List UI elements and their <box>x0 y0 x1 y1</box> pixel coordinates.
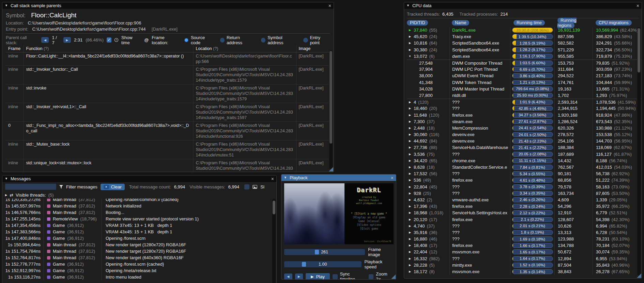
clear-button[interactable]: × Clear <box>101 184 125 190</box>
expand-icon[interactable]: ▶ <box>408 231 412 234</box>
expand-icon[interactable]: ▶ <box>408 153 412 156</box>
expand-icon[interactable]: ▶ <box>408 133 412 136</box>
cpu-table-row[interactable]: ▶16,880(46)???1.69 s (0.18%)123,98878,23… <box>407 236 642 242</box>
image-column-header[interactable]: Image <box>296 45 330 52</box>
show-time-checkbox[interactable]: ✓ <box>107 37 111 43</box>
cpu-table-row[interactable]: ▶22,404(12)msvsmon.exe1.65 s (0.17%)50,6… <box>407 249 642 255</box>
playback-speed-slider[interactable]: 1.00 <box>284 261 362 267</box>
cpu-table-row[interactable]: ▶928(25)???3.34 s (0.35%)163,73487,605(5… <box>407 190 642 197</box>
expand-icon[interactable]: ▶ <box>408 264 412 267</box>
slider-grab[interactable] <box>302 262 306 267</box>
cpu-table-row[interactable]: ▶44,692(84)devenv.exe21.43 s (2.23%)254,… <box>407 138 642 144</box>
frame-column-header[interactable]: Frame <box>6 45 24 52</box>
resize-grip[interactable] <box>391 274 396 279</box>
cpu-table-row[interactable]: ▶16,332(982)???1.64 s (0.17%)12,8946,955… <box>407 255 642 262</box>
location-column-header[interactable]: Location (?) <box>193 45 296 52</box>
cpu-table-row[interactable]: ▶17,532(56)???5.34 s (0.55%)90,18156,738… <box>407 170 642 177</box>
message-row[interactable]: 1s 120,335,272nsMain thread(37,812)Openi… <box>2 199 276 203</box>
expand-icon[interactable]: ▶ <box>408 192 412 195</box>
scrollbar-thumb[interactable] <box>329 51 332 144</box>
message-row[interactable]: 1s 147,400,846nsGame(36,912)Opening /for… <box>2 235 276 242</box>
radio-icon[interactable] <box>184 38 189 43</box>
message-row[interactable]: 1s 153,116,27nsGame(36,912)Intro menu lo… <box>2 274 276 280</box>
playback-titlebar[interactable]: ▼ Playback × <box>281 174 396 181</box>
expand-icon[interactable]: ▶ <box>408 29 412 32</box>
collapse-icon[interactable]: ▼ <box>284 176 287 179</box>
expand-icon[interactable]: ▶ <box>408 185 412 188</box>
expand-icon[interactable]: ▶ <box>408 159 412 162</box>
callstack-row[interactable]: inlinestd::_Invoker_functor::_CallC:\Pro… <box>6 66 330 84</box>
show-images-checkbox[interactable] <box>244 184 249 189</box>
message-row[interactable]: 1s 147,383,566nsGame(36,912)VRAM 43x45: … <box>2 229 276 235</box>
scrollbar-thumb[interactable] <box>273 201 275 214</box>
cpu-table-row[interactable]: ▶45,620(24)Tracy.exe1:39.5 (10.34%)887,5… <box>407 33 642 40</box>
cpu-table-row[interactable]: ▶28,228(5)mintty.exe1.52 s (0.16%)87,504… <box>407 262 642 268</box>
cpu-table-row[interactable]: ▶37,840(55)DarkRL.exe33:30.8 (208.96%)16… <box>407 27 642 33</box>
message-row[interactable]: 1s 150,994,64nsMain thread(37,812)New re… <box>2 242 276 248</box>
cpu-table-row[interactable]: ▶22,804(45)???3.78 s (0.39%)79,57858,163… <box>407 184 642 190</box>
expand-icon[interactable]: ▶ <box>408 211 412 214</box>
cpu-table-row[interactable]: ▶18,408(17)firefox.exe1.66 s (0.17%)134,… <box>407 242 642 249</box>
cpu-table-row[interactable]: 27,548DWM Compositor Thread1:03.5 (6.60%… <box>407 60 642 66</box>
cpu-table-row[interactable]: ▶27,736(88)ServiceHub.DataWarehouse21.41… <box>407 144 642 151</box>
expand-icon[interactable]: ▶ <box>5 194 7 197</box>
collapse-icon[interactable]: ▼ <box>407 4 410 7</box>
prev-frame-button[interactable]: ◀ <box>41 37 49 43</box>
close-icon[interactable]: × <box>637 3 639 8</box>
slider-grab[interactable] <box>315 250 319 254</box>
cpu-table-row[interactable]: ▶3,536(75)???20.05 s (2.08%)187,689116,1… <box>407 151 642 157</box>
expand-icon[interactable]: ▶ <box>408 172 412 175</box>
message-row[interactable]: 1s 146,576,766nsMain thread(37,812)Booti… <box>2 209 276 216</box>
function-column-header[interactable]: Function (?) <box>24 45 193 52</box>
messages-scrollbar[interactable] <box>272 199 276 283</box>
frame-location-option[interactable]: Entry point <box>303 35 330 45</box>
close-icon[interactable]: × <box>271 177 274 181</box>
message-row[interactable]: 1s 147,354,456nsGame(36,912)VRAM 37x45: … <box>2 222 276 229</box>
visible-threads-row[interactable]: ▶ ⇄ Visible threads: (5) <box>2 192 276 199</box>
cpu-table-row[interactable]: 38,000uDWM Event Thread3.86 s (0.40%)294… <box>407 72 642 79</box>
expand-icon[interactable]: ▶ <box>408 205 412 208</box>
frame-location-option[interactable]: Return address <box>220 35 256 45</box>
cpu-table-row[interactable]: ▶4,740(37)???2.01 s (0.21%)10,6266,994(6… <box>407 223 642 229</box>
expand-icon[interactable]: ▶ <box>408 146 412 149</box>
callstack-row[interactable]: inlinestd::unique_lock<std::mutex>::lock… <box>6 159 330 172</box>
cpu-table-row[interactable]: ▶18,460(20)???42.85 s (4.45%)2,344,9151,… <box>407 105 642 112</box>
scrollbar-thumb[interactable] <box>638 28 640 72</box>
collapse-icon[interactable]: ▼ <box>5 177 8 180</box>
expand-icon[interactable]: ▶ <box>408 198 412 201</box>
running-regions-column-header[interactable]: Running regions <box>557 18 577 28</box>
zoom-option[interactable]: Zoom 2× <box>369 271 393 280</box>
frame-location-option[interactable]: Symbol address <box>261 35 298 45</box>
cpu-titlebar[interactable]: ▼ CPU data × <box>404 2 642 9</box>
cpu-table-row[interactable]: ▶30,060(116)devenv.exe24.01 s (2.50%)278… <box>407 131 642 138</box>
cpu-table-row[interactable]: ▶20,120(17)firefox.exe2.1 s (0.22%)128,6… <box>407 216 642 222</box>
cpu-table-row[interactable]: ▶34,420(65)chrome.exe11.11 s (1.15%)14,4… <box>407 157 642 164</box>
cpu-scrollbar[interactable] <box>637 27 641 276</box>
frame-image-slider[interactable]: 261 <box>284 249 365 255</box>
callstack-row[interactable]: inlinestd::_Invoker_ret<void,1>::_CallC:… <box>6 103 330 122</box>
expand-icon[interactable]: ▶ <box>408 270 412 273</box>
frame-location-option[interactable]: Source code <box>184 35 214 45</box>
cpu-table-row[interactable]: 37,904DWM LPC Port Thread6.69 s (0.70%)3… <box>407 66 642 72</box>
cpu-migrations-column-header[interactable]: CPU migrations <box>596 20 632 26</box>
pid-column-header[interactable]: PID/TID <box>407 20 428 26</box>
collapse-icon[interactable]: ▼ <box>408 55 412 58</box>
expand-icon[interactable]: ▶ <box>408 107 412 110</box>
name-column-header[interactable]: Name <box>452 20 469 26</box>
message-row[interactable]: 1s 152,764,817nsMain thread(37,812)New r… <box>2 254 276 261</box>
expand-icon[interactable]: ▶ <box>408 244 412 247</box>
expand-icon[interactable]: ▶ <box>408 127 412 130</box>
expand-icon[interactable]: ▶ <box>408 179 412 182</box>
message-row[interactable]: 1s 152,912,997nsGame(36,912)Opening /met… <box>2 267 276 274</box>
resize-grip[interactable] <box>329 167 333 171</box>
cpu-table-row[interactable]: ▼13,072(6)dwm.exe1:16.1 (7.90%)955,58571… <box>407 53 642 60</box>
expand-icon[interactable]: ▶ <box>408 224 412 228</box>
callstack-row[interactable]: 0std::_Func_impl_no_alloc<<lambda_5bc224… <box>6 122 330 140</box>
expand-icon[interactable]: ▶ <box>408 237 412 240</box>
close-icon[interactable]: × <box>391 176 394 180</box>
cpu-table-row[interactable]: 41,348DWM Token Thread1.21 s (0.13%)174,… <box>407 79 642 86</box>
filter-input[interactable] <box>5 184 56 190</box>
radio-icon[interactable] <box>261 38 265 43</box>
cpu-table-row[interactable]: ▶18,172(8)msvsmon.exe1.35 s (0.14%)38,84… <box>407 268 642 275</box>
expand-icon[interactable]: ▶ <box>408 257 412 260</box>
